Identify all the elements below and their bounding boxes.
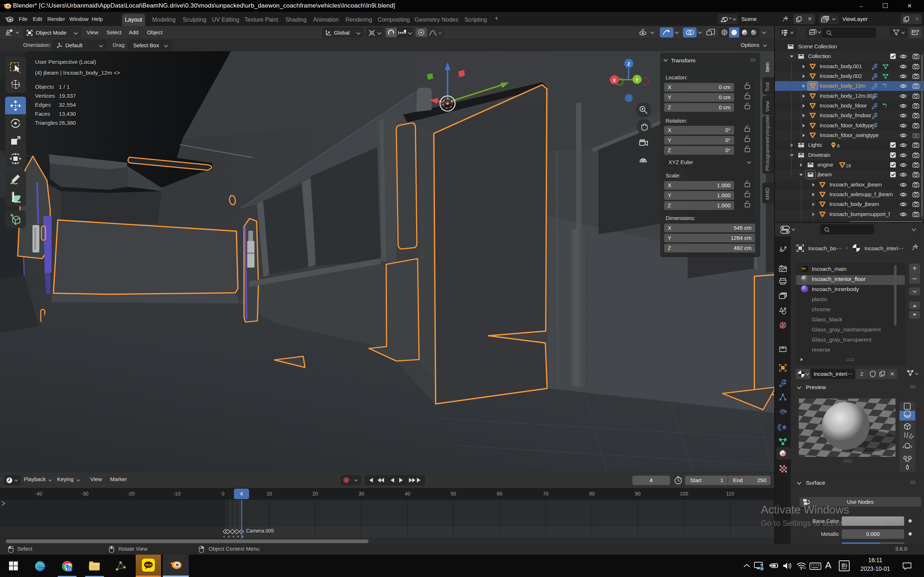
svg-text:Z: Z xyxy=(627,61,630,67)
svg-text:TALK: TALK xyxy=(145,564,152,566)
svg-text:X: X xyxy=(613,77,616,83)
svg-text:Y: Y xyxy=(636,77,639,82)
